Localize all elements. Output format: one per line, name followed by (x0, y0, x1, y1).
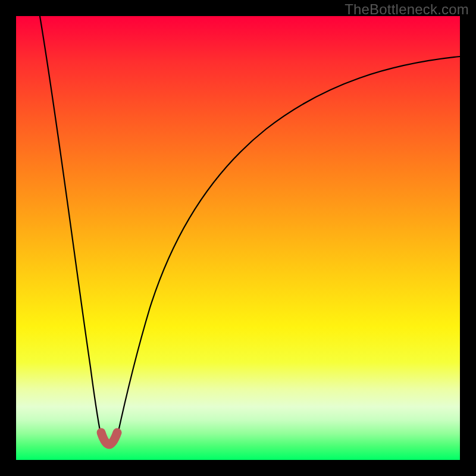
optimum-marker (101, 433, 117, 444)
curve-right-branch (116, 57, 460, 442)
curve-layer (16, 16, 460, 460)
curve-left-branch (40, 16, 102, 442)
plot-area (16, 16, 460, 460)
chart-container: TheBottleneck.com (0, 0, 476, 476)
attribution-watermark: TheBottleneck.com (345, 1, 469, 18)
